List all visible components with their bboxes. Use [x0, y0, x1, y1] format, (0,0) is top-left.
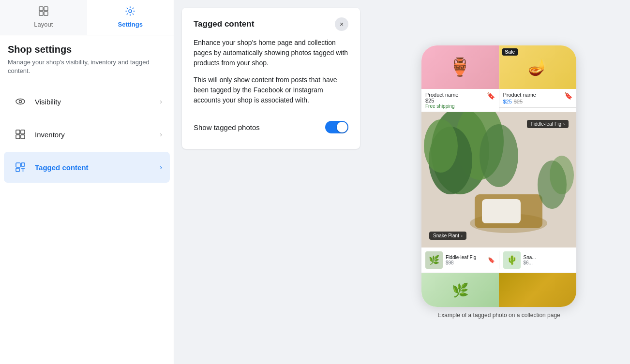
- inventory-chevron: ›: [160, 131, 162, 138]
- svg-rect-3: [44, 12, 48, 15]
- toggle-knob: [337, 122, 347, 132]
- tagged-content-icon: [12, 159, 29, 176]
- bottom-product-price-2: $6...: [524, 260, 573, 265]
- lamp-icon: 🪔: [528, 58, 547, 76]
- visibility-icon: [12, 93, 29, 110]
- svg-point-22: [480, 124, 518, 187]
- bookmark-icon-2: 🔖: [564, 92, 572, 100]
- visibility-label: Visibility: [35, 98, 154, 106]
- sale-badge: Sale: [502, 48, 518, 56]
- settings-icon: [125, 6, 135, 19]
- svg-rect-18: [482, 199, 521, 223]
- bottom-card-plant: 🌿: [421, 273, 499, 307]
- plant-scene: [421, 112, 576, 248]
- product-price-row-2: $25 $25: [503, 99, 536, 104]
- shop-settings-header: Shop settings Manage your shop's visibil…: [0, 35, 174, 81]
- product-name-2: Product name: [503, 92, 536, 98]
- phone-mockup: 🏺 Product name $25 Free shipping: [421, 45, 576, 307]
- sidebar-item-inventory[interactable]: Inventory ›: [4, 119, 170, 150]
- small-plant-icon: 🌿: [452, 282, 469, 298]
- phone-inner: 🏺 Product name $25 Free shipping: [421, 45, 576, 307]
- product-card-1: 🏺 Product name $25 Free shipping: [421, 45, 499, 112]
- sidebar-item-visibility[interactable]: Visibility ›: [4, 86, 170, 117]
- product-info-2: Product name $25 $25 🔖: [499, 89, 577, 108]
- shop-settings-title: Shop settings: [8, 44, 166, 55]
- tab-layout-label: Layout: [34, 21, 53, 28]
- vase-icon: 🏺: [449, 57, 471, 77]
- fiddle-tag-arrow: ›: [563, 122, 565, 127]
- fiddle-leaf-tag[interactable]: Fiddle-leaf Fig ›: [527, 120, 569, 128]
- price-current: $25: [503, 99, 512, 104]
- shop-settings-desc: Manage your shop's visibility, inventory…: [8, 58, 166, 75]
- right-panel: 🏺 Product name $25 Free shipping: [368, 0, 630, 364]
- bottom-product-info-1: Fiddle-leaf Fig $98: [446, 255, 485, 265]
- bottom-product-name-1: Fiddle-leaf Fig: [446, 255, 485, 260]
- svg-rect-12: [21, 163, 25, 166]
- svg-rect-2: [39, 12, 43, 15]
- product-row: 🏺 Product name $25 Free shipping: [421, 45, 576, 112]
- price-strike: $25: [514, 99, 523, 104]
- svg-rect-1: [44, 7, 48, 11]
- left-panel: Tagged content × Enhance your shop's hom…: [174, 0, 368, 364]
- svg-rect-13: [16, 168, 19, 172]
- tagged-content-chevron: ›: [160, 163, 162, 171]
- tab-bar: Layout Settings: [0, 0, 174, 35]
- tab-settings-label: Settings: [118, 21, 143, 28]
- toggle-label: Show tagged photos: [194, 123, 260, 131]
- bottom-card-gold: [499, 273, 576, 307]
- nav-list: Visibility › Inventory ›: [0, 81, 174, 188]
- bottom-product-name-2: Sna...: [524, 255, 573, 260]
- snake-tag-arrow: ›: [461, 233, 463, 238]
- bottom-product-price-1: $98: [446, 260, 485, 265]
- svg-point-4: [129, 10, 132, 13]
- svg-point-6: [19, 101, 22, 103]
- tab-settings[interactable]: Settings: [87, 0, 174, 35]
- tagged-panel-title: Tagged content: [194, 19, 254, 29]
- fiddle-thumb: 🌿: [425, 251, 443, 269]
- sidebar: Layout Settings Shop settings Manage you…: [0, 0, 174, 364]
- svg-rect-7: [16, 130, 20, 134]
- fiddle-leaf-label: Fiddle-leaf Fig: [531, 121, 561, 127]
- product-img-yellow: 🪔 Sale: [499, 45, 577, 89]
- svg-rect-8: [21, 130, 25, 134]
- inventory-icon: [12, 126, 29, 143]
- svg-rect-11: [16, 163, 20, 167]
- svg-point-5: [16, 99, 25, 104]
- svg-rect-10: [21, 135, 25, 139]
- bottom-bookmark-1: 🔖: [488, 257, 495, 263]
- svg-point-25: [550, 156, 574, 194]
- plant-photo: Fiddle-leaf Fig › Snake Plant ›: [421, 112, 576, 248]
- close-button[interactable]: ×: [335, 17, 348, 31]
- tab-layout[interactable]: Layout: [0, 0, 87, 35]
- tagged-panel-desc1: Enhance your shop's home page and collec…: [194, 38, 348, 68]
- bottom-products: 🌿 Fiddle-leaf Fig $98 🔖 🌵 Sna.: [421, 248, 576, 273]
- free-shipping-1: Free shipping: [425, 103, 458, 109]
- inventory-label: Inventory: [35, 131, 154, 139]
- product-card-2: 🪔 Sale Product name $25: [499, 45, 577, 112]
- bookmark-icon-1: 🔖: [487, 92, 495, 100]
- tagged-content-label: Tagged content: [35, 163, 154, 172]
- bottom-product-info-2: Sna... $6...: [524, 255, 573, 265]
- layout-icon: [38, 6, 49, 19]
- tagged-panel: Tagged content × Enhance your shop's hom…: [182, 8, 360, 149]
- show-tagged-photos-toggle[interactable]: [325, 121, 348, 133]
- toggle-row: Show tagged photos: [194, 115, 348, 139]
- svg-rect-0: [39, 7, 43, 11]
- product-img-pink: 🏺: [421, 45, 499, 89]
- tagged-panel-header: Tagged content ×: [194, 17, 348, 31]
- snake-plant-tag[interactable]: Snake Plant ›: [429, 232, 466, 240]
- preview-caption: Example of a tagged photo on a collectio…: [437, 312, 560, 319]
- bottom-product-item-1: 🌿 Fiddle-leaf Fig $98 🔖: [425, 251, 495, 269]
- main-content: Tagged content × Enhance your shop's hom…: [174, 0, 630, 364]
- bottom-cards-row: 🌿: [421, 273, 576, 307]
- snake-plant-label: Snake Plant: [433, 233, 459, 238]
- svg-point-23: [424, 119, 458, 173]
- svg-rect-9: [16, 135, 20, 139]
- visibility-chevron: ›: [160, 98, 162, 105]
- content-wrapper: Tagged content × Enhance your shop's hom…: [174, 0, 630, 364]
- product-name-1: Product name: [425, 92, 458, 98]
- product-price-1: $25: [425, 98, 458, 103]
- tagged-panel-desc2: This will only show content from posts t…: [194, 75, 348, 105]
- sidebar-item-tagged-content[interactable]: Tagged content ›: [4, 152, 170, 183]
- snake-thumb: 🌵: [503, 251, 521, 269]
